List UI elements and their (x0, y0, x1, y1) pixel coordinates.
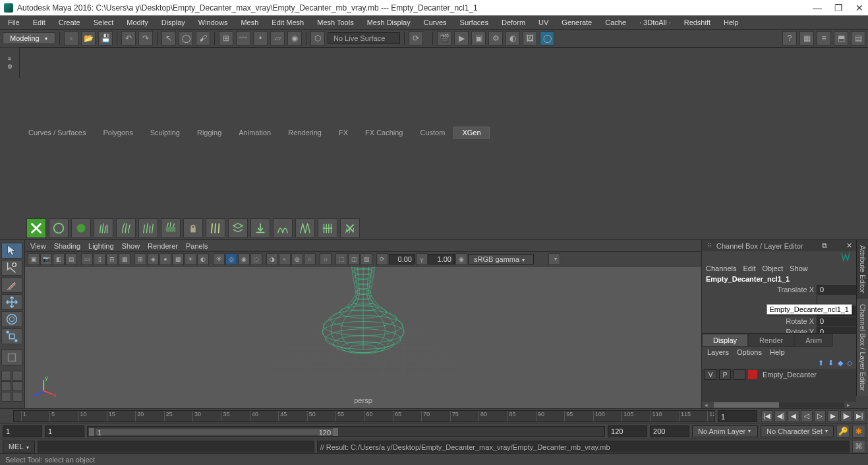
cb-label-ry[interactable]: Rotate Y (702, 328, 817, 333)
layer-visibility-toggle[interactable]: V (705, 369, 716, 380)
shelf-tab-xgen[interactable]: XGen (453, 127, 489, 139)
playback-go-to-start-icon[interactable]: |◀ (761, 410, 773, 422)
layout-two-v-icon[interactable] (13, 381, 22, 391)
playback-prefs-icon[interactable]: ✱ (852, 425, 865, 438)
menu-generate[interactable]: Generate (556, 17, 597, 28)
xgen-lock-icon[interactable] (183, 218, 203, 238)
vp-shaded-icon[interactable]: ● (159, 253, 171, 265)
channel-box-toggle-icon[interactable]: ▤ (851, 31, 865, 46)
lasso-tool[interactable] (1, 260, 22, 276)
menu-deform[interactable]: Deform (496, 17, 531, 28)
vp-dof-icon[interactable]: ○ (304, 253, 316, 265)
menu-mesh-tools[interactable]: Mesh Tools (312, 17, 359, 28)
render-view-icon[interactable]: 🖼 (523, 31, 537, 46)
vp-xray-joints-icon[interactable]: ◉ (238, 253, 250, 265)
cb-menu-show[interactable]: Show (790, 264, 808, 272)
move-tool[interactable] (1, 294, 22, 310)
xgen-clear-icon[interactable] (340, 218, 360, 238)
menu-help[interactable]: Help (718, 17, 744, 28)
menu-3dtoall[interactable]: · 3DtoAll · (634, 17, 676, 28)
xgen-groom-1-icon[interactable] (273, 218, 293, 238)
attribute-editor-toggle-icon[interactable]: ≡ (817, 31, 831, 46)
shelf-tab-curves[interactable]: Curves / Surfaces (20, 127, 94, 139)
menu-curves[interactable]: Curves (419, 17, 452, 28)
playback-step-fwd-icon[interactable]: ▶ (827, 410, 839, 422)
vp-textured-icon[interactable]: ▩ (172, 253, 184, 265)
layer-scroll-right-icon[interactable]: ▸ (847, 402, 854, 408)
layer-tab-render[interactable]: Render (748, 334, 794, 347)
cb-label-rx[interactable]: Rotate X (702, 317, 817, 325)
cb-val-tx[interactable]: 0 (817, 285, 856, 295)
component-editor-icon[interactable]: ▦ (799, 31, 814, 46)
vp-xray-icon[interactable]: ◎ (225, 253, 237, 265)
menu-edit[interactable]: Edit (28, 17, 51, 28)
panel-popout-icon[interactable]: ⧉ (822, 241, 827, 250)
vp-gate-mask-icon[interactable]: ⊟ (106, 253, 118, 265)
cb-object-name[interactable]: Empty_Decanter_ncl1_1 (702, 274, 856, 284)
vp-shadows-icon[interactable]: ◐ (197, 253, 209, 265)
cb-menu-object[interactable]: Object (762, 264, 783, 272)
shelf-menu-toggle[interactable]: ≡⚙ (0, 47, 20, 78)
layer-tab-anim[interactable]: Anim (794, 334, 833, 347)
menu-modify[interactable]: Modify (121, 17, 153, 28)
undo-icon[interactable]: ↶ (121, 31, 136, 46)
side-tab-channel-box[interactable]: Channel Box / Layer Editor (856, 299, 868, 396)
menu-windows[interactable]: Windows (193, 17, 233, 28)
vp-colormgmt-icon[interactable]: ◉ (455, 253, 467, 265)
cmd-input[interactable] (38, 441, 314, 452)
maya-home-icon[interactable] (1, 404, 21, 406)
range-in-field[interactable] (45, 425, 84, 437)
quick-help-icon[interactable]: ? (782, 31, 797, 46)
cb-val-ry[interactable]: 0 (817, 327, 856, 334)
shelf-tab-fx-caching[interactable]: FX Caching (357, 127, 411, 139)
render-settings-icon[interactable]: ⚙ (488, 31, 503, 46)
hypershade-icon[interactable]: ◐ (506, 31, 520, 46)
range-track[interactable]: 1120 (87, 426, 605, 437)
vp-menu-show[interactable]: Show (122, 242, 140, 250)
xgen-groom-2-icon[interactable] (295, 218, 315, 238)
panel-dots-icon[interactable]: ⠿ (706, 243, 712, 249)
cb-label-tx[interactable]: Translate X (702, 286, 817, 294)
range-handle-left[interactable] (89, 428, 94, 436)
anim-layer-dropdown[interactable]: No Anim Layer (692, 425, 758, 437)
xgen-open-icon[interactable] (26, 218, 46, 238)
make-live-icon[interactable]: ⬡ (310, 31, 325, 46)
vp-film-gate-icon[interactable]: ▭ (81, 253, 93, 265)
redo-icon[interactable]: ↷ (138, 31, 153, 46)
vp-performance-icon[interactable]: ◫ (348, 253, 360, 265)
viewport-persp[interactable]: persp y x z (25, 266, 701, 408)
snap-grid-icon[interactable]: ⊞ (219, 31, 233, 46)
playback-step-back-key-icon[interactable]: ◀| (774, 410, 786, 422)
vp-renderer-icon[interactable]: ⟳ (376, 253, 388, 265)
menu-surfaces[interactable]: Surfaces (455, 17, 494, 28)
menu-create[interactable]: Create (53, 17, 86, 28)
shelf-tab-animation[interactable]: Animation (230, 127, 279, 139)
layer-tab-display[interactable]: Display (702, 334, 748, 347)
vp-menu-renderer[interactable]: Renderer (148, 242, 178, 250)
layer-menu-options[interactable]: Options (737, 348, 762, 356)
range-end-field[interactable] (650, 425, 689, 437)
select-mode-icon[interactable]: ↖ (161, 31, 176, 46)
vp-gamma-value[interactable]: 1.00 (428, 254, 455, 264)
xgen-grass-1-icon[interactable] (94, 218, 113, 238)
xgen-export-icon[interactable] (250, 218, 270, 238)
vp-exposure-value[interactable]: 0.00 (389, 254, 415, 264)
range-handle-right[interactable] (333, 428, 338, 436)
layout-three-icon[interactable] (1, 392, 11, 402)
save-scene-icon[interactable]: 💾 (98, 31, 113, 46)
snap-curve-icon[interactable]: 〰 (236, 31, 250, 46)
vp-select-camera-icon[interactable]: ▣ (28, 253, 40, 265)
vp-multisample-icon[interactable]: ◍ (291, 253, 303, 265)
render-region-icon[interactable]: ▣ (471, 31, 486, 46)
vp-image-plane-icon[interactable]: ▤ (65, 253, 77, 265)
vp-menu-view[interactable]: View (30, 242, 46, 250)
xgen-create-desc-icon[interactable] (49, 218, 69, 238)
cmd-language-dropdown[interactable]: MEL (3, 441, 35, 452)
vp-more-dropdown[interactable] (548, 253, 560, 265)
new-scene-icon[interactable]: ▫ (64, 31, 78, 46)
render-frame-icon[interactable]: 🎬 (437, 31, 451, 46)
layer-menu-help[interactable]: Help (770, 348, 785, 356)
close-button[interactable]: ✕ (855, 3, 864, 13)
menu-mesh-display[interactable]: Mesh Display (362, 17, 416, 28)
current-time-field[interactable]: 1 (718, 410, 757, 422)
